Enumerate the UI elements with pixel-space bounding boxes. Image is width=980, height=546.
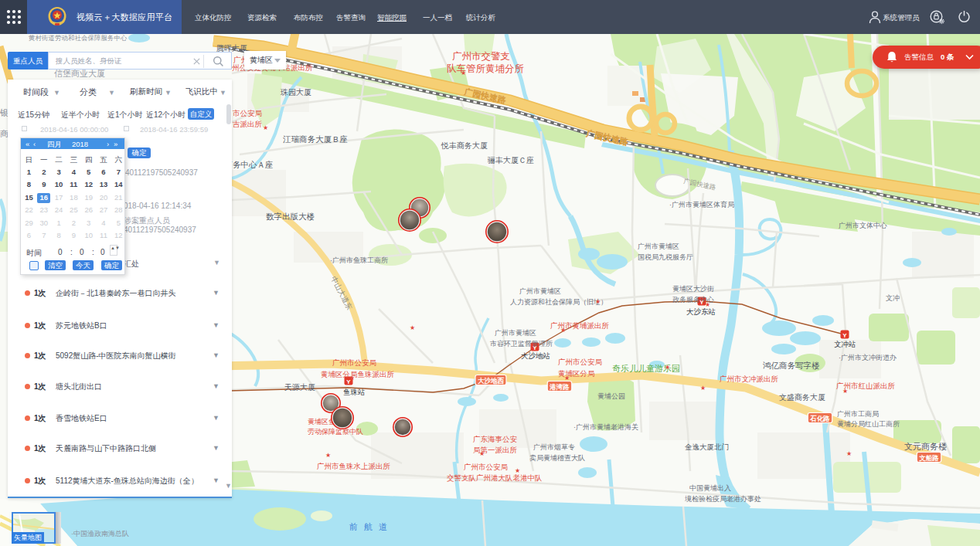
svg-text:黄埔区分局鱼珠派出所: 黄埔区分局鱼珠派出所: [321, 370, 395, 378]
svg-text:黄埔区大沙街: 黄埔区大沙街: [672, 285, 714, 293]
svg-text:广州市公安局: 广州市公安局: [332, 358, 376, 367]
svg-text:劳动保障监察中队: 劳动保障监察中队: [308, 428, 363, 436]
svg-text:文船路: 文船路: [919, 454, 939, 462]
svg-text:石化路: 石化路: [809, 415, 830, 422]
svg-text:广州市黄埔区: 广州市黄埔区: [519, 287, 561, 295]
svg-text:广东海事公安: 广东海事公安: [473, 435, 518, 443]
svg-text:★: ★: [705, 301, 710, 308]
svg-text:★: ★: [410, 324, 415, 331]
svg-text:文冲: 文冲: [886, 294, 900, 302]
svg-text:文元商务楼: 文元商务楼: [904, 442, 947, 451]
svg-text:★: ★: [700, 385, 706, 392]
svg-text:广州市公安局: 广州市公安局: [464, 463, 508, 471]
svg-text:港湾路: 港湾路: [549, 383, 570, 391]
svg-text:·广州市文冲街道办: ·广州市文冲街道办: [839, 354, 897, 361]
svg-text:队车管所黄埔分所: 队车管所黄埔分所: [447, 63, 524, 74]
svg-text:数字出版大楼: 数字出版大楼: [266, 212, 315, 221]
svg-text:大沙东站: 大沙东站: [686, 307, 716, 316]
svg-text:广州市交警支: 广州市交警支: [452, 51, 510, 62]
svg-text:金逸大厦北门: 金逸大厦北门: [685, 443, 729, 451]
svg-text:市公安局: 市公安局: [232, 109, 262, 117]
svg-text:吉派出所: 吉派出所: [233, 120, 263, 128]
svg-text:广州市公安局: 广州市公安局: [558, 358, 602, 366]
svg-text:黄埔分局红山工商所: 黄埔分局红山工商所: [837, 420, 900, 428]
svg-text:江瑞商务大厦Ｂ座: 江瑞商务大厦Ｂ座: [283, 134, 348, 144]
svg-text:人力资源和社会保障局（旧址）: 人力资源和社会保障局（旧址）: [510, 298, 607, 306]
svg-text:★: ★: [665, 364, 670, 371]
svg-text:·中国渔政南海总队: ·中国渔政南海总队: [71, 530, 129, 538]
svg-text:★: ★: [515, 467, 520, 474]
svg-text:广州市黄埔区: 广州市黄埔区: [638, 242, 679, 250]
svg-text:天源大厦: 天源大厦: [284, 383, 315, 392]
svg-text:国税局九税服务厅: 国税局九税服务厅: [638, 253, 693, 261]
svg-text:广州市鱼珠水上派出所: 广州市鱼珠水上派出所: [317, 462, 391, 470]
svg-text:鱼珠站: 鱼珠站: [343, 388, 366, 396]
svg-text:★: ★: [349, 375, 355, 382]
svg-text:★: ★: [560, 327, 566, 334]
svg-text:★: ★: [846, 450, 852, 457]
svg-text:黄村街道劳动和社会保障服务中心: 黄村街道劳动和社会保障服务中心: [28, 34, 128, 42]
svg-text:★: ★: [479, 450, 485, 457]
svg-text:悦丰商务大厦: 悦丰商务大厦: [441, 141, 488, 150]
svg-text:★: ★: [263, 124, 268, 131]
svg-text:·广州市鱼珠工商所: ·广州市鱼珠工商所: [330, 256, 388, 264]
svg-text:大沙地西: 大沙地西: [478, 377, 505, 385]
svg-text:中国黄埔出入: 中国黄埔出入: [689, 484, 731, 492]
svg-text:文冲站: 文冲站: [834, 340, 856, 348]
svg-text:★: ★: [595, 298, 601, 305]
svg-text:珠园大厦: 珠园大厦: [280, 88, 311, 97]
svg-text:广州市文冲派出所: 广州市文冲派出所: [720, 375, 779, 383]
svg-text:卖局黄埔稽查大队: 卖局黄埔稽查大队: [529, 454, 585, 462]
svg-text:★: ★: [564, 375, 570, 382]
svg-text:黄埔公园: 黄埔公园: [597, 392, 625, 400]
svg-text:广州市工商局: 广州市工商局: [837, 410, 879, 418]
svg-text:·广州市黄埔区体育局: ·广州市黄埔区体育局: [669, 201, 734, 209]
svg-text:Y: Y: [842, 332, 847, 339]
svg-text:交警支队广州港大队老港中队: 交警支队广州港大队老港中队: [447, 473, 543, 482]
svg-text:★: ★: [461, 70, 466, 76]
svg-text:信堡商业大厦: 信堡商业大厦: [54, 69, 105, 78]
svg-text:市容环卫监督管理所: 市容环卫监督管理所: [490, 340, 553, 348]
svg-text:骊丰大厦Ｃ座: 骊丰大厦Ｃ座: [487, 156, 534, 164]
svg-text:广州市烟草专: 广州市烟草专: [533, 443, 575, 451]
svg-text:鸿亿商务写字楼: 鸿亿商务写字楼: [763, 361, 820, 370]
svg-text:★: ★: [325, 452, 331, 459]
svg-text:★: ★: [842, 388, 848, 395]
svg-text:大沙地站: 大沙地站: [521, 351, 550, 360]
svg-text:境检验检疫局老港办事处: 境检验检疫局老港办事处: [684, 495, 761, 503]
svg-text:广州市黄埔派出所: 广州市黄埔派出所: [550, 321, 610, 330]
svg-text:·广州市黄埔老港海关: ·广州市黄埔老港海关: [573, 423, 638, 431]
svg-text:前航道: 前航道: [349, 522, 393, 531]
svg-text:文盛商务大厦: 文盛商务大厦: [779, 393, 825, 402]
svg-text:广州市文体中心: 广州市文体中心: [839, 222, 887, 229]
svg-text:广州市黄埔区: 广州市黄埔区: [495, 329, 536, 337]
